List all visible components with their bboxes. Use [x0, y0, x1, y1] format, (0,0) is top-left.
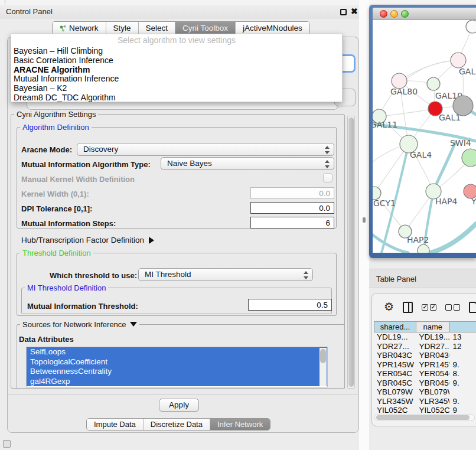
bottom-tab-bar: Impute DataDiscretize DataInfer Network — [86, 418, 270, 431]
network-node-gal[interactable] — [451, 53, 466, 68]
column-header[interactable] — [450, 321, 476, 332]
attributes-scrollbar[interactable] — [319, 348, 327, 386]
aracne-mode-combo[interactable]: Discovery — [77, 143, 334, 156]
table-row[interactable]: YBL079WYBL079W — [374, 387, 476, 397]
attribute-item[interactable]: SelfLoops — [27, 347, 327, 357]
node-label: HAP4 — [435, 197, 458, 206]
table-cell — [449, 387, 476, 397]
select-all-icon[interactable]: ✓✓ — [422, 304, 436, 311]
node-label: GAL — [459, 67, 475, 76]
tab-impute-data[interactable]: Impute Data — [87, 419, 144, 430]
table-row[interactable]: YER054CYER054C8. — [374, 369, 476, 379]
mi-type-label: Mutual Information Algorithm Type: — [21, 160, 151, 169]
tab-jactivemnodules[interactable]: jActiveMNodules — [236, 22, 309, 34]
collapse-arrow-icon — [130, 322, 137, 327]
dpi-tolerance-field[interactable]: 0.0 — [250, 202, 334, 214]
node-table[interactable]: shared...name YDL19...YDL19...13YDR27...… — [374, 321, 476, 415]
algorithm-option[interactable]: ARACNE Algorithm — [14, 66, 340, 75]
sources-group-title[interactable]: Sources for Network Inference — [20, 320, 139, 329]
network-edge-highlighted — [431, 224, 476, 253]
close-icon[interactable]: ✖ — [351, 6, 358, 16]
tab-discretize-data[interactable]: Discretize Data — [144, 419, 210, 430]
mi-type-value: Naive Bayes — [167, 159, 212, 168]
deselect-all-icon[interactable] — [445, 304, 460, 311]
table-cell: YDL19... — [374, 332, 416, 342]
table-row[interactable]: YDL19...YDL19...13 — [374, 332, 476, 342]
data-attributes-list[interactable]: SelfLoopsTopologicalCoefficientBetweenne… — [26, 347, 328, 387]
tab-network[interactable]: Network — [53, 22, 106, 34]
network-node-gcy1[interactable] — [373, 187, 381, 200]
tab-label: Style — [113, 24, 131, 32]
float-icon[interactable] — [340, 9, 347, 15]
algorithm-option[interactable]: Dream8 DC_TDC Algorithm — [14, 93, 340, 103]
attribute-item[interactable]: TopologicalCoefficient — [27, 357, 327, 367]
network-window-titlebar[interactable] — [373, 8, 476, 20]
settings-scrollbar[interactable] — [347, 116, 355, 389]
algorithm-option[interactable]: Basic Correlation Inference — [14, 56, 340, 66]
network-node-swi4[interactable] — [462, 149, 476, 167]
apply-button[interactable]: Apply — [159, 399, 199, 412]
manual-kernel-checkbox[interactable] — [323, 173, 332, 182]
columns-icon[interactable] — [403, 302, 413, 313]
table-cell: YER054C — [416, 369, 450, 379]
tab-label: Discretize Data — [151, 420, 203, 429]
split-handle[interactable] — [363, 217, 366, 223]
attribute-item[interactable]: BetweennessCentrality — [27, 367, 327, 377]
gear-icon[interactable]: ⚙ — [384, 301, 394, 313]
table-row[interactable]: YBR043CYBR043C — [374, 351, 476, 360]
tab-label: Infer Network — [217, 420, 263, 429]
zoom-light[interactable] — [401, 10, 409, 18]
table-row[interactable]: YBR045CYBR045C9. — [374, 379, 476, 388]
table-panel-title: Table Panel — [376, 275, 416, 283]
table-cell: 13 — [449, 332, 476, 342]
hub-expander[interactable]: Hub/Transcription Factor Definition — [21, 236, 154, 244]
table-cell: YBR043C — [374, 351, 416, 360]
panel-gutter — [359, 0, 369, 450]
table-cell: 9. — [449, 360, 476, 370]
network-node[interactable] — [453, 96, 473, 116]
table-panel-header: Table Panel — [369, 269, 476, 288]
tab-infer-network[interactable]: Infer Network — [210, 419, 270, 430]
node-label: GAL11 — [373, 120, 397, 129]
threshold-definition-title: Threshold Definition — [20, 249, 93, 257]
column-header[interactable]: shared... — [374, 321, 416, 332]
node-label: SWI4 — [450, 138, 471, 148]
network-canvas[interactable]: GALGAL80GAL10GAL1GAL11SWI4GAL4GCY1HAP4YH… — [373, 20, 476, 253]
table-row[interactable]: YDR27...YDR27...12 — [374, 342, 476, 351]
file-icon[interactable] — [469, 302, 476, 313]
dock-grip[interactable] — [3, 440, 11, 448]
network-node-gal10[interactable] — [427, 77, 440, 90]
close-light[interactable] — [380, 10, 387, 18]
network-view-window[interactable]: GALGAL80GAL10GAL1GAL11SWI4GAL4GCY1HAP4YH… — [369, 5, 476, 258]
mi-threshold-field[interactable]: 0.5 — [248, 299, 332, 311]
combo-arrows-icon — [324, 145, 330, 155]
network-node[interactable] — [418, 244, 429, 253]
table-row[interactable]: YLR345WYLR345W9. — [374, 397, 476, 406]
settings-divider — [8, 394, 358, 394]
algorithm-option[interactable]: Bayesian – Hill Climbing — [14, 47, 340, 56]
tab-select[interactable]: Select — [139, 22, 176, 34]
table-cell: YLR345W — [374, 397, 416, 406]
table-cell: YDR27... — [416, 342, 450, 351]
table-hscrollbar[interactable] — [374, 414, 475, 421]
table-cell — [449, 351, 476, 360]
attribute-item[interactable]: gal4RGexp — [27, 377, 327, 387]
network-node[interactable] — [466, 20, 476, 33]
mi-steps-field[interactable]: 6 — [250, 217, 334, 229]
algorithm-option[interactable]: Mutual Information Inference — [14, 74, 340, 84]
network-edge-highlighted — [433, 142, 455, 191]
column-header[interactable]: name — [416, 321, 450, 332]
tab-style[interactable]: Style — [106, 22, 139, 34]
minimize-light[interactable] — [390, 10, 398, 18]
node-label: GAL4 — [410, 150, 432, 159]
tab-cyni-toolbox[interactable]: Cyni Toolbox — [175, 22, 236, 34]
table-cell: YDL19... — [416, 332, 450, 342]
table-cell: YBR045C — [416, 379, 450, 388]
kernel-width-label: Kernel Width (0,1): — [21, 190, 89, 198]
table-row[interactable]: YPR145WYPR145W9. — [374, 360, 476, 370]
which-threshold-combo[interactable]: MI Threshold — [138, 268, 313, 281]
mi-type-combo[interactable]: Naive Bayes — [161, 157, 334, 170]
kernel-width-field[interactable]: 0.0 — [250, 187, 334, 199]
algorithm-option[interactable]: Bayesian – K2 — [14, 84, 340, 93]
algorithm-dropdown-list: Bayesian – Hill ClimbingBasic Correlatio… — [14, 47, 340, 103]
